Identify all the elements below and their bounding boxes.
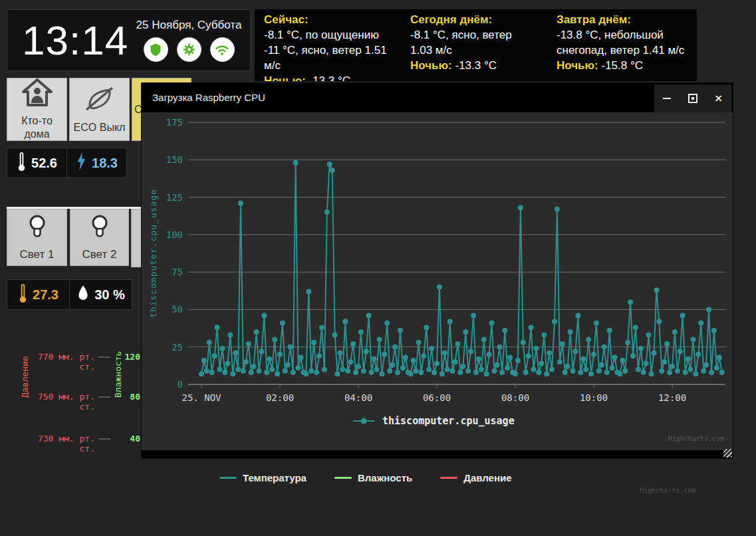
weather-now: Сейчас: -8.1 °C, по ощущению -11 °C, ясн… (264, 12, 405, 81)
svg-text:06:00: 06:00 (423, 392, 451, 403)
lightning-icon (76, 152, 87, 174)
legend-item-pressure[interactable]: Давление (440, 472, 511, 483)
sensor-panel-top: 52.6 18.3 (7, 148, 127, 178)
pressure-tick-mark (98, 438, 110, 440)
weather-now-title: Сейчас: (264, 12, 405, 27)
humidity-tick-40: 40 (123, 434, 140, 444)
pressure-tick-750: 750 мм. рт. ст. (22, 392, 95, 412)
svg-text:08:00: 08:00 (501, 392, 529, 403)
weather-panel: Сейчас: -8.1 °C, по ощущению -11 °C, ясн… (255, 9, 697, 81)
background-chart-legend: Температура Влажность Давление (219, 472, 512, 483)
svg-text:75: 75 (172, 267, 183, 277)
window-title: Загрузка Raspberry CPU (152, 83, 265, 112)
temperature-reading: 52.6 (7, 148, 66, 178)
cpu-usage-window: Загрузка Raspberry CPU ✕ 025507510012515… (141, 82, 733, 459)
wifi-icon[interactable] (210, 37, 235, 62)
svg-text:150: 150 (166, 154, 183, 165)
thermometer-icon (18, 283, 28, 307)
svg-text:12:00: 12:00 (658, 392, 686, 403)
weather-tomorrow: Завтра днём: -13.8 °C, небольшой снегопа… (557, 12, 697, 73)
svg-text:10:00: 10:00 (580, 392, 608, 403)
weather-tomorrow-line: -13.8 °C, небольшой (557, 27, 697, 43)
minimize-icon (663, 98, 671, 99)
clock-panel: 13:14 25 Ноября, Суббота (7, 9, 251, 71)
window-bottom-border (142, 450, 733, 458)
eco-label: ECO Выкл (74, 121, 126, 134)
clock-date: 25 Ноября, Суббота (133, 19, 245, 32)
weather-now-line: -11 °C, ясно, ветер 1.51 (264, 43, 405, 58)
power-reading: 18.3 (66, 148, 126, 178)
legend-line-humidity (334, 477, 352, 479)
legend-line-temperature (219, 477, 237, 479)
legend-item-humidity[interactable]: Влажность (334, 472, 412, 483)
room-temperature-reading: 27.3 (7, 280, 69, 309)
window-controls: ✕ (654, 84, 731, 112)
cpu-usage-chart: 025507510012515017525. NOV02:0004:0006:0… (142, 112, 733, 452)
eco-off-icon (83, 84, 116, 117)
sensor-panel-room: 27.3 30 % (7, 279, 132, 310)
svg-text:thiscomputer.cpu_usage: thiscomputer.cpu_usage (382, 415, 515, 427)
svg-text:100: 100 (166, 229, 183, 240)
pressure-tick-mark (98, 396, 110, 398)
weather-today-title: Сегодня днём: (410, 12, 551, 27)
svg-text:0: 0 (178, 379, 183, 390)
weather-now-line: м/с (264, 58, 405, 73)
weather-today-line: 1.03 м/с (410, 43, 551, 58)
dashboard: 13:14 25 Ноября, Суббота (0, 0, 756, 536)
weather-today-line: -8.1 °C, ясно, ветер (410, 27, 551, 43)
light-2-label: Свет 2 (82, 248, 117, 261)
light-1-label: Свет 1 (20, 248, 55, 261)
weather-today: Сегодня днём: -8.1 °C, ясно, ветер 1.03 … (410, 12, 551, 73)
pressure-tick-mark (98, 356, 110, 358)
room-humidity-reading: 30 % (69, 280, 132, 309)
humidity-tick-80: 80 (123, 392, 140, 402)
weather-tomorrow-night: Ночью: -15.8 °C (557, 58, 697, 73)
weather-now-line: -8.1 °C, по ощущению (264, 27, 405, 43)
presence-button[interactable]: Кто-то дома (7, 78, 67, 141)
gear-icon[interactable] (177, 37, 201, 62)
svg-text:02:00: 02:00 (266, 392, 294, 403)
svg-text:175: 175 (166, 117, 183, 128)
weather-today-night: Ночью: -13.3 °C (410, 58, 551, 73)
window-titlebar[interactable]: Загрузка Raspberry CPU (142, 83, 733, 112)
light-2-button[interactable]: Свет 2 (70, 209, 129, 266)
presence-label: Кто-то дома (7, 114, 66, 141)
svg-text:thiscomputer.cpu_usage: thiscomputer.cpu_usage (148, 189, 158, 318)
highcharts-watermark: Highcharts.com (640, 487, 695, 494)
shield-icon[interactable] (144, 37, 168, 62)
clock-time: 13:14 (7, 10, 133, 70)
svg-text:04:00: 04:00 (344, 392, 372, 403)
minimize-button[interactable] (657, 88, 677, 108)
svg-text:50: 50 (172, 304, 183, 315)
droplet-icon (76, 285, 90, 305)
weather-now-night: Ночью: -13.3 °C (264, 73, 405, 81)
resize-handle[interactable] (723, 449, 732, 458)
close-button[interactable]: ✕ (709, 88, 729, 108)
svg-text:25. NOV: 25. NOV (182, 392, 221, 403)
maximize-icon (688, 94, 697, 103)
house-person-icon (21, 78, 53, 110)
thermometer-icon (17, 152, 27, 175)
pressure-tick-770: 770 мм. рт. ст. (22, 352, 95, 372)
legend-line-pressure (440, 477, 457, 479)
legend-item-temperature[interactable]: Температура (219, 472, 307, 483)
close-icon: ✕ (715, 94, 723, 103)
weather-tomorrow-line: снегопад, ветер 1.41 м/с (557, 43, 697, 58)
light-1-button[interactable]: Свет 1 (7, 209, 67, 266)
bulb-icon (90, 214, 110, 244)
maximize-button[interactable] (683, 88, 703, 108)
bulb-icon (27, 214, 47, 244)
svg-text:Highcharts.com: Highcharts.com (668, 435, 724, 442)
pressure-tick-730: 730 мм. рт. ст. (22, 434, 95, 454)
weather-tomorrow-title: Завтра днём: (557, 12, 697, 27)
svg-text:125: 125 (166, 192, 183, 203)
svg-text:25: 25 (172, 342, 183, 352)
humidity-tick-120: 120 (123, 352, 140, 362)
eco-button[interactable]: ECO Выкл (69, 78, 130, 141)
